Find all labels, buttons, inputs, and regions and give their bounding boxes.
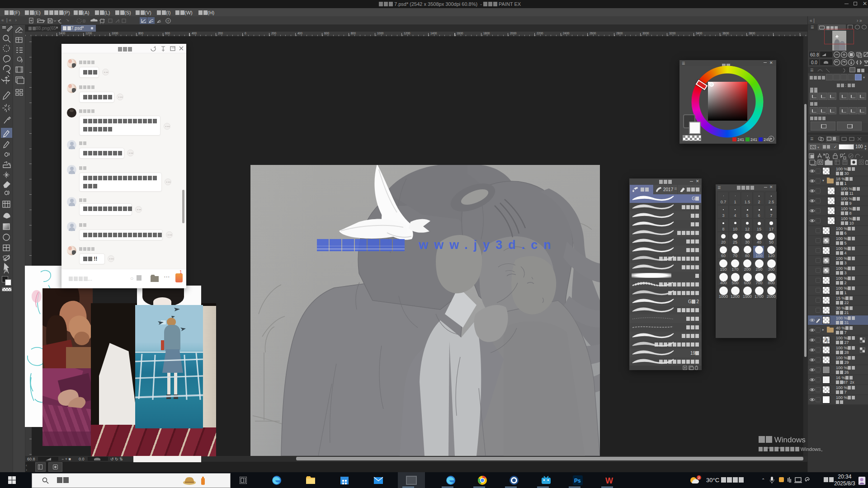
svg-text:Ps: Ps bbox=[574, 478, 581, 484]
svg-text:?: ? bbox=[167, 19, 170, 23]
svg-text:W: W bbox=[605, 476, 613, 485]
svg-text:2: 2 bbox=[698, 476, 700, 480]
